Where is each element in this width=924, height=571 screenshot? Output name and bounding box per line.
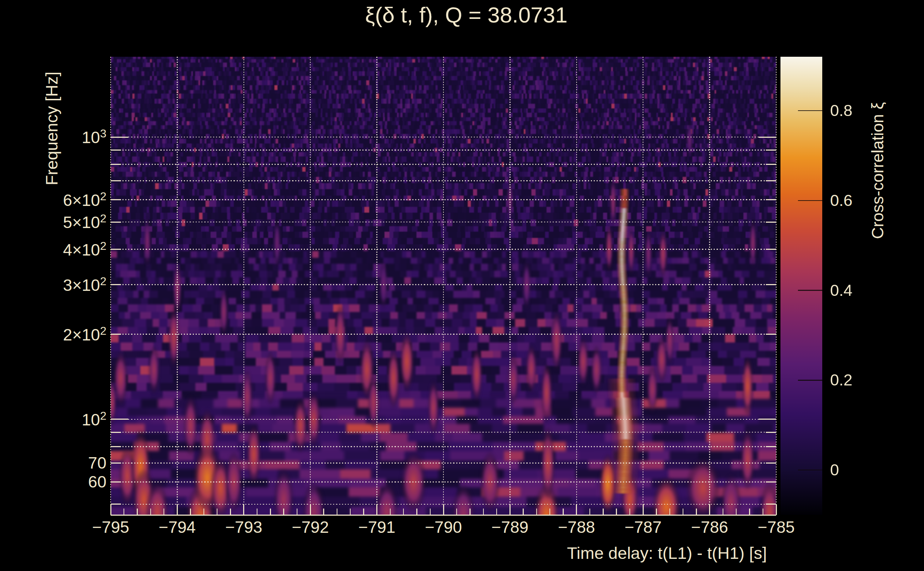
xtick-minor [270, 509, 270, 515]
ytick-right-800 [766, 164, 776, 165]
xtick-minor [137, 509, 138, 515]
xtick-minor [350, 509, 351, 515]
xtick-major--793 [243, 504, 244, 515]
gridline-v--790 [443, 57, 444, 515]
xtick-minor [283, 509, 284, 515]
ytick-left-800 [111, 164, 121, 165]
xtick-minor [736, 509, 737, 515]
xtick-minor [164, 509, 164, 515]
xtick-minor [257, 509, 257, 515]
xtick-minor [204, 509, 204, 515]
ytick-left-300 [111, 284, 121, 285]
xtick-minor [230, 509, 231, 515]
ytick-label-1000: 103 [21, 127, 107, 147]
xtick-label--788: −788 [558, 517, 595, 537]
xtick-minor [363, 509, 364, 515]
x-axis-line [111, 515, 776, 516]
ytick-left-200 [111, 334, 121, 335]
ytick-left-60 [111, 481, 121, 483]
ytick-label-60: 60 [21, 472, 107, 491]
ytick-right-600 [766, 199, 776, 200]
ytick-right-70 [766, 463, 776, 464]
ytick-left-400 [111, 249, 121, 250]
xtick-minor [536, 509, 537, 515]
xtick-major--791 [376, 504, 377, 515]
xtick-label--791: −791 [358, 517, 396, 537]
y-axis-title: Frequency [Hz] [42, 72, 62, 185]
xtick-minor [323, 509, 324, 515]
cbar-tick-0.4 [798, 290, 822, 291]
ytick-left-600 [111, 199, 121, 200]
ytick-right-90 [766, 432, 776, 433]
ytick-right-1000 [759, 137, 776, 138]
xtick-label--785: −785 [758, 517, 795, 537]
gridline-v--795 [110, 57, 111, 515]
xtick-major--787 [643, 504, 644, 515]
ytick-label-600: 6×102 [21, 190, 107, 210]
xtick-minor [629, 509, 630, 515]
ytick-right-300 [766, 284, 776, 285]
xtick-minor [496, 509, 497, 515]
gridline-v--792 [310, 57, 311, 515]
cbar-tick-0.6 [798, 200, 822, 201]
xtick-label--794: −794 [159, 517, 196, 537]
ytick-left-900 [111, 150, 121, 151]
xtick-major--792 [310, 504, 311, 515]
xtick-label--795: −795 [92, 517, 129, 537]
gridline-v--791 [376, 57, 377, 515]
x-axis-title: Time delay: t(L1) - t(H1) [s] [567, 543, 767, 563]
xtick-minor [124, 509, 124, 515]
cbar-label-0.2: 0.2 [830, 371, 853, 389]
ytick-left-70 [111, 463, 121, 464]
ytick-right-100 [759, 418, 776, 420]
xtick-minor [669, 509, 670, 515]
xtick-minor [217, 509, 218, 515]
xtick-minor [749, 509, 750, 515]
xtick-minor [403, 509, 404, 515]
xtick-minor [603, 509, 603, 515]
ytick-left-50 [111, 503, 121, 505]
xtick-minor [683, 509, 683, 515]
cbar-tick-0.2 [798, 380, 822, 381]
xtick-minor [589, 509, 590, 515]
gridline-v--785 [776, 57, 777, 515]
xtick-minor [550, 509, 550, 515]
ytick-left-500 [111, 222, 121, 223]
ytick-label-500: 5×102 [21, 212, 107, 232]
xtick-major--785 [776, 504, 777, 515]
gridline-v--788 [576, 57, 577, 515]
ytick-right-200 [766, 334, 776, 335]
gridline-v--794 [177, 57, 178, 515]
ytick-left-700 [111, 180, 121, 181]
xtick-major--788 [576, 504, 577, 515]
ytick-right-900 [766, 150, 776, 151]
ytick-label-70: 70 [21, 453, 107, 472]
xtick-minor [656, 509, 657, 515]
xtick-major--795 [110, 504, 111, 515]
xtick-minor [416, 509, 417, 515]
colorbar-gradient [780, 57, 822, 515]
xtick-minor [563, 509, 563, 515]
xtick-label--793: −793 [225, 517, 263, 537]
ytick-right-80 [766, 446, 776, 447]
ytick-left-1000 [111, 137, 128, 138]
xtick-minor [337, 509, 337, 515]
xtick-label--790: −790 [425, 517, 462, 537]
qscan-cross-correlation-figure: ξ(δ t, f), Q = 38.0731 −795−794−793−792−… [0, 0, 924, 571]
xtick-minor [470, 509, 470, 515]
ytick-label-200: 2×102 [21, 324, 107, 344]
ytick-label-100: 102 [21, 409, 107, 429]
xtick-minor [616, 509, 617, 515]
ytick-right-500 [766, 222, 776, 223]
cbar-label-0: 0 [830, 461, 839, 479]
ytick-right-700 [766, 180, 776, 181]
plot-title: ξ(δ t, f), Q = 38.0731 [365, 2, 567, 28]
cbar-label-0.8: 0.8 [830, 101, 853, 120]
xtick-label--792: −792 [292, 517, 329, 537]
ytick-right-60 [766, 481, 776, 483]
colorbar-title: Cross-correlation ξ [868, 102, 887, 239]
ytick-right-400 [766, 249, 776, 250]
xtick-major--786 [709, 504, 710, 515]
xtick-minor [523, 509, 524, 515]
xtick-label--789: −789 [491, 517, 529, 537]
